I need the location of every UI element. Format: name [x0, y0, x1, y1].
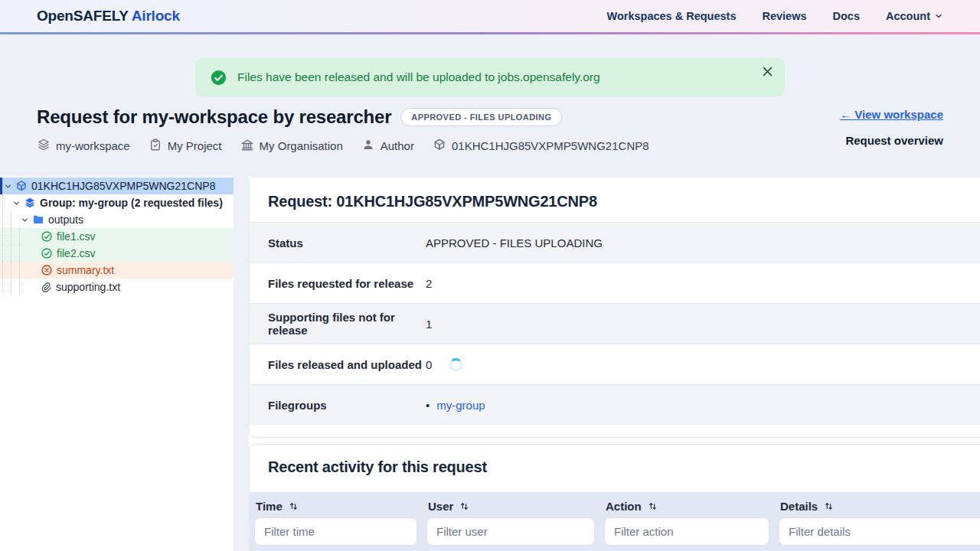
nav-item-docs[interactable]: Docs: [833, 10, 860, 22]
chevron-down-icon[interactable]: [19, 216, 31, 224]
sort-icon[interactable]: [289, 501, 299, 511]
tree-indent-guide: [19, 262, 28, 279]
activity-card-heading: Recent activity for this request: [250, 445, 980, 492]
list-bullet: •: [426, 399, 430, 412]
tree-indent-guide: [19, 228, 28, 245]
header-right: ← View workspace Request overview: [840, 106, 943, 154]
tree-indent-guide: [2, 211, 11, 228]
detail-value: 2: [426, 277, 432, 290]
file-tree-sidebar: 01KHC1HJG85VXPMP5WNG21CNP8 Group: my-gro…: [0, 177, 234, 551]
tree-indent-guide: [11, 211, 19, 228]
sidebar-resize-gutter[interactable]: [234, 177, 249, 551]
chevron-down-icon[interactable]: [11, 199, 22, 207]
column-label: Action: [606, 500, 642, 513]
detail-label: Supporting files not for release: [250, 311, 426, 337]
tree-item-outputs[interactable]: outputs: [0, 211, 234, 228]
folder-icon: [32, 214, 44, 226]
detail-row-filegroups: Filegroups • my-group: [250, 384, 980, 425]
tree-item-file2[interactable]: file2.csv: [0, 245, 234, 262]
main-panel: Request: 01KHC1HJG85VXPMP5WNG21CNP8 Stat…: [249, 177, 980, 551]
tree-item-file1[interactable]: file1.csv: [0, 228, 234, 245]
filter-action-input[interactable]: [604, 517, 769, 546]
user-icon: [361, 138, 375, 154]
column-header-user[interactable]: User: [422, 500, 599, 513]
detail-row-status: Status APPROVED - FILES UPLOADING: [250, 222, 980, 262]
tree-indent-guide: [11, 228, 19, 245]
column-label: Details: [780, 500, 818, 513]
detail-value: 0: [426, 358, 432, 371]
column-header-action[interactable]: Action: [599, 500, 774, 513]
meta-label: 01KHC1HJG85VXPMP5WNG21CNP8: [452, 139, 649, 152]
layers-icon: [37, 138, 51, 154]
detail-label: Files requested for release: [250, 277, 426, 290]
tree-indent-guide: [19, 279, 28, 295]
cube-icon: [15, 180, 28, 192]
nav-item-label: Workspaces & Requests: [607, 10, 737, 22]
recent-activity-card: Recent activity for this request Time Us…: [249, 444, 980, 551]
tree-item-summary[interactable]: summary.txt: [0, 262, 234, 279]
meta-label: my-workspace: [56, 139, 130, 152]
page-header: Files have been released and will be upl…: [0, 34, 980, 177]
check-circle-icon: [41, 230, 53, 243]
bank-icon: [240, 138, 254, 154]
meta-project: My Project: [149, 138, 222, 154]
brand-logo[interactable]: OpenSAFELY Airlock: [37, 8, 180, 24]
filter-details-input[interactable]: [779, 517, 980, 546]
meta-request-id: 01KHC1HJG85VXPMP5WNG21CNP8: [433, 138, 649, 154]
tree-item-group[interactable]: Group: my-group (2 requested files): [0, 194, 234, 211]
tree-indent-guide: [2, 194, 11, 211]
upload-spinner-icon: [449, 358, 462, 371]
tree-indent-guide: [11, 262, 19, 279]
nav-item-workspaces[interactable]: Workspaces & Requests: [607, 10, 737, 22]
tree-item-label: outputs: [48, 214, 83, 226]
tree-indent-guide: [2, 262, 11, 279]
x-circle-icon: [41, 264, 53, 276]
check-circle-icon: [211, 70, 227, 86]
tree-item-supporting[interactable]: supporting.txt: [0, 279, 234, 295]
column-header-details[interactable]: Details: [774, 500, 980, 513]
filegroup-link[interactable]: my-group: [436, 399, 485, 412]
layers-icon: [24, 197, 36, 209]
tree-item-label: file1.csv: [57, 230, 96, 243]
request-meta: my-workspace My Project My Organisation …: [37, 138, 649, 154]
meta-label: Author: [381, 139, 414, 152]
tree-item-request-root[interactable]: 01KHC1HJG85VXPMP5WNG21CNP8: [0, 178, 234, 194]
activity-table-header: Time User Action Details: [250, 492, 980, 551]
nav-item-account[interactable]: Account: [886, 10, 943, 23]
sort-icon[interactable]: [824, 501, 834, 511]
chevron-down-icon[interactable]: [2, 182, 14, 191]
page-title: Request for my-workspace by researcher: [37, 106, 391, 128]
tree-indent-guide: [2, 228, 11, 245]
meta-organisation: My Organisation: [240, 138, 343, 154]
tree-item-label: Group: my-group (2 requested files): [40, 197, 223, 209]
view-workspace-link[interactable]: ← View workspace: [840, 108, 943, 121]
tree-indent-guide: [2, 245, 11, 262]
column-label: Time: [256, 500, 283, 513]
tree-item-label: 01KHC1HJG85VXPMP5WNG21CNP8: [31, 180, 215, 192]
request-card-heading: Request: 01KHC1HJG85VXPMP5WNG21CNP8: [250, 178, 980, 222]
filter-user-input[interactable]: [426, 517, 595, 546]
filter-time-input[interactable]: [254, 517, 417, 546]
meta-author: Author: [361, 138, 414, 154]
tree-indent-guide: [19, 245, 28, 262]
clipboard-icon: [149, 138, 162, 154]
meta-label: My Organisation: [260, 139, 343, 152]
header-left: Request for my-workspace by researcher A…: [37, 106, 649, 154]
nav-item-label: Reviews: [762, 10, 806, 22]
nav-item-reviews[interactable]: Reviews: [762, 10, 806, 22]
status-badge: APPROVED - FILES UPLOADING: [400, 108, 562, 126]
request-overview-label: Request overview: [845, 134, 943, 147]
close-icon[interactable]: [761, 65, 774, 78]
sort-icon[interactable]: [459, 501, 469, 511]
detail-value: 1: [426, 318, 432, 331]
sort-icon[interactable]: [648, 501, 658, 511]
nav-links: Workspaces & Requests Reviews Docs Accou…: [607, 10, 943, 23]
detail-label: Files released and uploaded: [250, 358, 426, 371]
brand-primary: OpenSAFELY: [37, 8, 128, 24]
nav-item-label: Docs: [833, 10, 860, 22]
meta-label: My Project: [168, 139, 222, 152]
request-details-card: Request: 01KHC1HJG85VXPMP5WNG21CNP8 Stat…: [249, 177, 980, 438]
cube-icon: [433, 138, 446, 154]
chevron-down-icon: [934, 10, 943, 23]
column-header-time[interactable]: Time: [250, 500, 422, 513]
